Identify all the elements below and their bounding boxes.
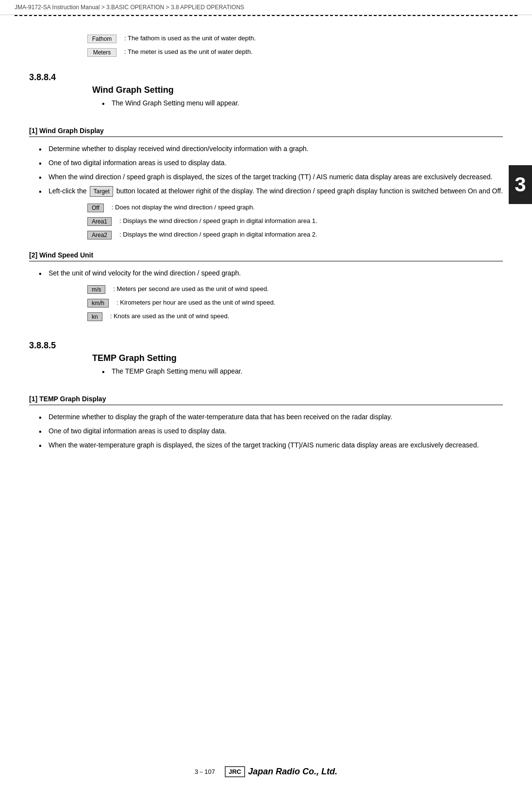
wind-speed-section: [2] Wind Speed Unit Set the unit of wind… bbox=[29, 251, 503, 321]
section-3885-bullet1: The TEMP Graph Setting menu will appear. bbox=[102, 366, 503, 376]
temp-display-bullet3: When the water-temperature graph is disp… bbox=[39, 440, 503, 450]
wind-speed-bullet1: Set the unit of wind velocity for the wi… bbox=[39, 268, 503, 278]
meters-button[interactable]: Meters bbox=[87, 48, 116, 57]
temp-display-bullets: Determine whether to display the graph o… bbox=[29, 412, 503, 450]
jrc-label: JRC bbox=[225, 766, 245, 777]
kmh-description: : Kirometers per hour are used as the un… bbox=[116, 299, 275, 306]
wind-speed-bullets: Set the unit of wind velocity for the wi… bbox=[29, 268, 503, 278]
wind-display-heading: [1] Wind Graph Display bbox=[29, 127, 503, 137]
page-number: 3－107 bbox=[195, 768, 215, 776]
footer: 3－107 JRC Japan Radio Co., Ltd. bbox=[0, 766, 532, 777]
off-description: : Does not display the wind direction / … bbox=[112, 204, 255, 211]
kmh-row: km/h : Kirometers per hour are used as t… bbox=[29, 299, 503, 308]
kn-button[interactable]: kn bbox=[87, 312, 102, 321]
area1-button[interactable]: Area1 bbox=[87, 217, 112, 226]
section-3884-bullet1: The Wind Graph Setting menu will appear. bbox=[102, 98, 503, 108]
section-3885-bullets: The TEMP Graph Setting menu will appear. bbox=[92, 366, 503, 376]
wind-display-bullet4-post: button located at thelower righit of the… bbox=[116, 187, 503, 195]
wind-display-bullet3: When the wind direction / speed graph is… bbox=[39, 172, 503, 182]
ms-description: : Meters per second are used as the unit… bbox=[113, 285, 268, 292]
area1-description: : Displays the wind direction / speed gr… bbox=[119, 217, 317, 224]
section-3884-bullets: The Wind Graph Setting menu will appear. bbox=[92, 98, 503, 108]
temp-display-bullet2: One of two digital information areas is … bbox=[39, 426, 503, 436]
section-3885-title: TEMP Graph Setting bbox=[92, 353, 503, 363]
area2-button[interactable]: Area2 bbox=[87, 231, 112, 240]
temp-display-heading: [1] TEMP Graph Display bbox=[29, 395, 503, 405]
section-3885: 3.8.8.5 TEMP Graph Setting The TEMP Grap… bbox=[29, 339, 503, 383]
fathom-button[interactable]: Fathom bbox=[87, 34, 116, 43]
area2-description: : Displays the wind direction / speed gr… bbox=[119, 231, 317, 238]
temp-display-section: [1] TEMP Graph Display Determine whether… bbox=[29, 395, 503, 450]
meters-row: Meters : The meter is used as the unit o… bbox=[29, 48, 503, 57]
off-row: Off : Does not display the wind directio… bbox=[29, 204, 503, 212]
section-3884-number: 3.8.8.4 bbox=[29, 70, 78, 83]
kmh-button[interactable]: km/h bbox=[87, 299, 109, 308]
temp-display-bullet1: Determine whether to display the graph o… bbox=[39, 412, 503, 422]
section-3885-number: 3.8.8.5 bbox=[29, 339, 78, 351]
chapter-tab: 3 bbox=[509, 165, 532, 204]
area2-row: Area2 : Displays the wind direction / sp… bbox=[29, 231, 503, 240]
ms-row: m/s : Meters per second are used as the … bbox=[29, 285, 503, 294]
wind-speed-heading: [2] Wind Speed Unit bbox=[29, 251, 503, 261]
breadcrumb: JMA-9172-SA Instruction Manual > 3.BASIC… bbox=[0, 0, 532, 15]
meters-description: : The meter is used as the unit of water… bbox=[124, 48, 252, 55]
wind-display-bullet2: One of two digital information areas is … bbox=[39, 158, 503, 168]
wind-display-bullet1: Determine whether to display received wi… bbox=[39, 144, 503, 154]
off-button[interactable]: Off bbox=[87, 204, 104, 212]
ms-button[interactable]: m/s bbox=[87, 285, 105, 294]
section-3884-title: Wind Graph Setting bbox=[92, 85, 503, 95]
fathom-description: : The fathom is used as the unit of wate… bbox=[124, 34, 256, 42]
company-name: Japan Radio Co., Ltd. bbox=[248, 767, 337, 777]
wind-display-bullets: Determine whether to display received wi… bbox=[29, 144, 503, 197]
kn-row: kn : Knots are used as the unit of wind … bbox=[29, 312, 503, 321]
wind-display-section: [1] Wind Graph Display Determine whether… bbox=[29, 127, 503, 240]
wind-display-bullet4: Left-click the Target button located at … bbox=[39, 186, 503, 197]
area1-row: Area1 : Displays the wind direction / sp… bbox=[29, 217, 503, 226]
fathom-row: Fathom : The fathom is used as the unit … bbox=[29, 34, 503, 43]
company-logo: JRC Japan Radio Co., Ltd. bbox=[225, 766, 337, 777]
target-button[interactable]: Target bbox=[90, 186, 113, 197]
wind-display-bullet4-pre: Left-click the bbox=[49, 187, 87, 195]
kn-description: : Knots are used as the unit of wind spe… bbox=[110, 312, 230, 320]
section-3884: 3.8.8.4 Wind Graph Setting The Wind Grap… bbox=[29, 70, 503, 115]
